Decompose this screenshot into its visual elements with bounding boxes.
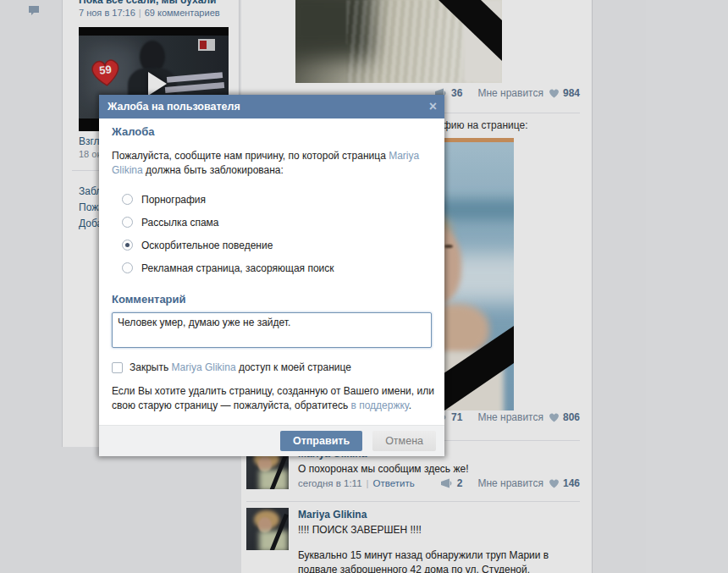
- comment-section-title: Комментарий: [112, 293, 432, 306]
- cancel-button[interactable]: Отмена: [372, 431, 436, 451]
- checkbox-after: доступ к моей странице: [236, 361, 351, 373]
- radio-icon[interactable]: [122, 240, 133, 251]
- footnote-text: Если Вы хотите удалить страницу, созданн…: [112, 384, 438, 413]
- submit-button[interactable]: Отправить: [280, 431, 362, 451]
- report-options: Порнография Рассылка спама Оскорбительно…: [112, 188, 432, 279]
- modal-body: Жалоба Пожалуйста, сообщите нам причину,…: [99, 118, 444, 425]
- modal-header: Жалоба на пользователя ×: [99, 95, 444, 118]
- option-spam[interactable]: Рассылка спама: [122, 211, 432, 234]
- option-label: Оскорбительное поведение: [141, 240, 273, 251]
- option-label: Рекламная страница, засоряющая поиск: [141, 262, 334, 274]
- checkbox-before: Закрыть: [130, 361, 172, 373]
- comment-textarea[interactable]: Человек умер, думаю уже не зайдет.: [112, 312, 432, 348]
- checkbox-icon[interactable]: [112, 362, 123, 373]
- intro-text: Пожалуйста, сообщите нам причину, по кот…: [112, 149, 438, 178]
- intro-after: должна быть заблокирована:: [143, 164, 284, 176]
- option-advertising-page[interactable]: Рекламная страница, засоряющая поиск: [122, 256, 432, 279]
- option-label: Порнография: [141, 194, 206, 206]
- checkbox-label: Закрыть Mariya Glikina доступ к моей стр…: [130, 361, 351, 373]
- intro-before: Пожалуйста, сообщите нам причину, по кот…: [112, 150, 389, 162]
- modal-footer: Отправить Отмена: [99, 425, 444, 456]
- block-access-checkbox-row[interactable]: Закрыть Mariya Glikina доступ к моей стр…: [112, 361, 432, 373]
- page: Пока все ссали, мы бухали 7 ноя в 17:16|…: [0, 0, 728, 573]
- option-pornography[interactable]: Порнография: [122, 188, 432, 211]
- option-label: Рассылка спама: [141, 217, 219, 229]
- support-link[interactable]: в поддержку: [350, 399, 408, 411]
- user-link[interactable]: Mariya Glikina: [172, 361, 236, 373]
- footnote-after: .: [409, 399, 411, 411]
- section-title: Жалоба: [112, 125, 432, 138]
- report-user-modal: Жалоба на пользователя × Жалоба Пожалуйс…: [99, 95, 444, 456]
- modal-title: Жалоба на пользователя: [108, 101, 240, 113]
- close-icon[interactable]: ×: [429, 95, 437, 118]
- option-abusive-behavior[interactable]: Оскорбительное поведение: [122, 234, 432, 256]
- radio-icon[interactable]: [122, 217, 133, 228]
- radio-icon[interactable]: [122, 194, 133, 205]
- radio-icon[interactable]: [122, 262, 133, 273]
